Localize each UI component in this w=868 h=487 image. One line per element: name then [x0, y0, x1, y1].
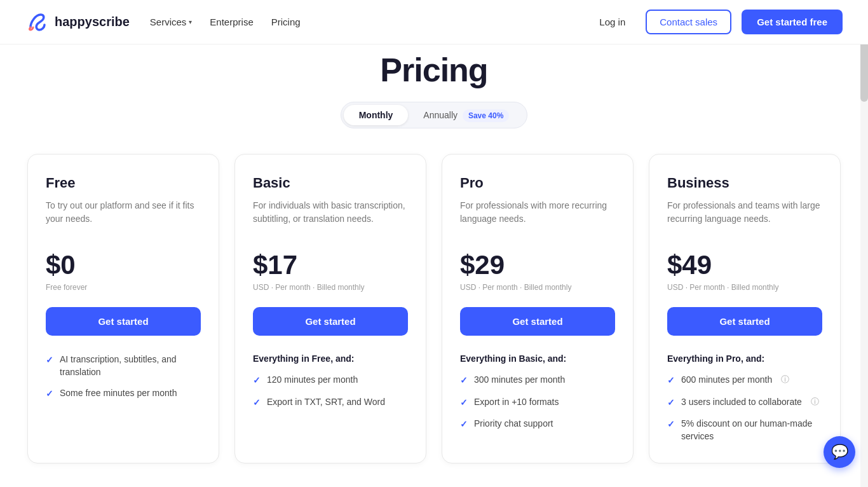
- chat-icon: 💬: [831, 444, 848, 460]
- business-card: Business For professionals and teams wit…: [649, 154, 841, 463]
- business-plan-name: Business: [667, 175, 822, 191]
- free-card: Free To try out our platform and see if …: [27, 154, 219, 463]
- check-icon: ✓: [667, 397, 675, 409]
- check-icon: ✓: [460, 418, 468, 431]
- check-icon: ✓: [46, 354, 53, 367]
- nav-links: Services ▾ Enterprise Pricing: [150, 17, 301, 27]
- pricing-section: Free To try out our platform and see if …: [0, 154, 868, 487]
- info-icon[interactable]: ⓘ: [811, 396, 819, 408]
- login-button[interactable]: Log in: [589, 11, 635, 32]
- pro-plan-name: Pro: [460, 175, 615, 191]
- info-icon[interactable]: ⓘ: [781, 374, 789, 385]
- check-icon: ✓: [46, 388, 53, 401]
- list-item: ✓ Export in TXT, SRT, and Word: [253, 396, 408, 409]
- free-plan-name: Free: [46, 175, 201, 191]
- logo-text: happyscribe: [55, 15, 130, 29]
- check-icon: ✓: [667, 418, 675, 431]
- navbar-right: Log in Contact sales Get started free: [589, 10, 843, 34]
- list-item: ✓ 5% discount on our human-made services: [667, 418, 822, 442]
- nav-enterprise[interactable]: Enterprise: [210, 17, 253, 27]
- pro-card: Pro For professionals with more recurrin…: [442, 154, 634, 463]
- list-item: ✓ 120 minutes per month: [253, 374, 408, 387]
- free-feature-list: ✓ AI transcription, subtitles, and trans…: [46, 353, 201, 401]
- navbar: happyscribe Services ▾ Enterprise Pricin…: [0, 0, 868, 45]
- check-icon: ✓: [460, 374, 468, 387]
- list-item: ✓ AI transcription, subtitles, and trans…: [46, 353, 201, 378]
- free-billing: Free forever: [46, 283, 201, 292]
- free-description: To try out our platform and see if it fi…: [46, 199, 201, 235]
- basic-card: Basic For individuals with basic transcr…: [234, 154, 426, 463]
- pro-feature-list: ✓ 300 minutes per month ✓ Export in +10 …: [460, 374, 615, 431]
- basic-billing: USD · Per month · Billed monthly: [253, 283, 408, 292]
- check-icon: ✓: [460, 397, 468, 409]
- save-badge: Save 40%: [463, 109, 509, 122]
- basic-features-title: Everything in Free, and:: [253, 353, 408, 364]
- navbar-left: happyscribe Services ▾ Enterprise Pricin…: [25, 11, 301, 34]
- list-item: ✓ Export in +10 formats: [460, 396, 615, 409]
- business-features-title: Everything in Pro, and:: [667, 353, 822, 364]
- check-icon: ✓: [667, 374, 675, 387]
- billing-toggle-wrap: Monthly Annually Save 40%: [0, 102, 868, 128]
- basic-cta-button[interactable]: Get started: [253, 307, 408, 336]
- business-price: $49: [667, 250, 822, 280]
- business-feature-list: ✓ 600 minutes per month ⓘ ✓ 3 users incl…: [667, 374, 822, 442]
- get-started-free-button[interactable]: Get started free: [742, 10, 843, 34]
- pro-cta-button[interactable]: Get started: [460, 307, 615, 336]
- chat-button[interactable]: 💬: [824, 436, 855, 468]
- logo[interactable]: happyscribe: [25, 11, 130, 34]
- check-icon: ✓: [253, 397, 261, 409]
- list-item: ✓ 3 users included to collaborate ⓘ: [667, 396, 822, 409]
- pro-billing: USD · Per month · Billed monthly: [460, 283, 615, 292]
- list-item: ✓ Priority chat support: [460, 418, 615, 431]
- list-item: ✓ Some free minutes per month: [46, 387, 201, 401]
- annually-toggle-button[interactable]: Annually Save 40%: [408, 105, 524, 125]
- list-item: ✓ 600 minutes per month ⓘ: [667, 374, 822, 387]
- free-price: $0: [46, 250, 201, 280]
- pro-price: $29: [460, 250, 615, 280]
- list-item: ✓ 300 minutes per month: [460, 374, 615, 387]
- basic-price: $17: [253, 250, 408, 280]
- chevron-down-icon: ▾: [189, 18, 192, 25]
- check-icon: ✓: [253, 374, 261, 387]
- business-cta-button[interactable]: Get started: [667, 307, 822, 336]
- logo-icon: [25, 11, 48, 34]
- business-billing: USD · Per month · Billed monthly: [667, 283, 822, 292]
- pro-features-title: Everything in Basic, and:: [460, 353, 615, 364]
- basic-description: For individuals with basic transcription…: [253, 199, 408, 235]
- nav-pricing[interactable]: Pricing: [271, 17, 301, 27]
- hero-title-area: Pricing: [0, 45, 868, 89]
- free-cta-button[interactable]: Get started: [46, 307, 201, 336]
- contact-sales-button[interactable]: Contact sales: [646, 10, 731, 34]
- pro-description: For professionals with more recurring la…: [460, 199, 615, 235]
- scrollbar-track: [860, 0, 868, 487]
- monthly-toggle-button[interactable]: Monthly: [344, 105, 409, 125]
- cards-grid: Free To try out our platform and see if …: [27, 154, 841, 463]
- basic-plan-name: Basic: [253, 175, 408, 191]
- business-description: For professionals and teams with large r…: [667, 199, 822, 235]
- hero-title-partial: Pricing: [380, 51, 487, 88]
- nav-services[interactable]: Services ▾: [150, 17, 193, 27]
- billing-toggle: Monthly Annually Save 40%: [341, 102, 528, 128]
- basic-feature-list: ✓ 120 minutes per month ✓ Export in TXT,…: [253, 374, 408, 409]
